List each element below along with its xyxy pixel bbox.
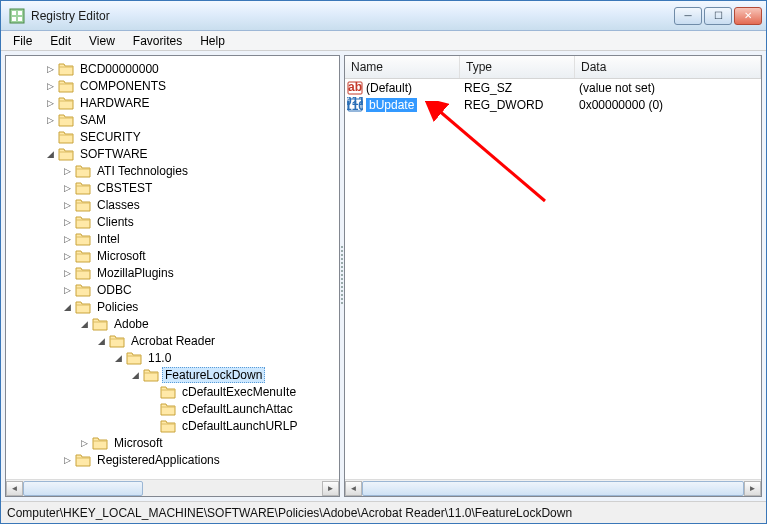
scroll-left-button[interactable]: ◄ — [345, 481, 362, 496]
tree-item[interactable]: ◢11.0 — [8, 349, 337, 366]
tree-item[interactable]: ▷HARDWARE — [8, 94, 337, 111]
folder-icon — [58, 96, 74, 110]
tree-label[interactable]: SOFTWARE — [77, 147, 151, 161]
expand-icon[interactable]: ▷ — [59, 231, 75, 247]
scroll-track[interactable] — [23, 481, 322, 496]
tree-item[interactable]: ▷MozillaPlugins — [8, 264, 337, 281]
expand-icon[interactable]: ▷ — [59, 248, 75, 264]
tree-label[interactable]: Microsoft — [94, 249, 149, 263]
expand-icon[interactable]: ▷ — [59, 180, 75, 196]
menu-favorites[interactable]: Favorites — [125, 32, 190, 50]
tree-label[interactable]: cDefaultLaunchURLP — [179, 419, 300, 433]
tree-item[interactable]: ▷Intel — [8, 230, 337, 247]
expand-icon[interactable]: ▷ — [76, 435, 92, 451]
scroll-thumb[interactable] — [23, 481, 143, 496]
column-header-data[interactable]: Data — [575, 56, 761, 78]
tree-label[interactable]: FeatureLockDown — [162, 367, 265, 383]
tree-label[interactable]: CBSTEST — [94, 181, 155, 195]
expand-icon[interactable]: ▷ — [59, 282, 75, 298]
values-horizontal-scrollbar[interactable]: ◄ ► — [345, 479, 761, 496]
tree-item[interactable]: ▷CBSTEST — [8, 179, 337, 196]
tree-item[interactable]: ▷SAM — [8, 111, 337, 128]
scroll-right-button[interactable]: ► — [744, 481, 761, 496]
tree-label[interactable]: Policies — [94, 300, 141, 314]
tree-item[interactable]: ▷Clients — [8, 213, 337, 230]
tree-label[interactable]: Intel — [94, 232, 123, 246]
tree-label[interactable]: cDefaultLaunchAttac — [179, 402, 296, 416]
tree-label[interactable]: SAM — [77, 113, 109, 127]
tree-label[interactable]: 11.0 — [145, 351, 174, 365]
tree-label[interactable]: ODBC — [94, 283, 135, 297]
column-header-name[interactable]: Name — [345, 56, 460, 78]
expand-icon[interactable]: ▷ — [59, 214, 75, 230]
tree-label[interactable]: HARDWARE — [77, 96, 153, 110]
tree-item[interactable]: ▷Microsoft — [8, 247, 337, 264]
collapse-icon[interactable]: ◢ — [110, 350, 126, 366]
menu-view[interactable]: View — [81, 32, 123, 50]
maximize-button[interactable]: ☐ — [704, 7, 732, 25]
menu-help[interactable]: Help — [192, 32, 233, 50]
scroll-left-button[interactable]: ◄ — [6, 481, 23, 496]
tree-item[interactable]: ◢Adobe — [8, 315, 337, 332]
expand-icon[interactable]: ▷ — [42, 95, 58, 111]
tree-item[interactable]: ▷BCD00000000 — [8, 60, 337, 77]
tree-item[interactable]: ◢FeatureLockDown — [8, 366, 337, 383]
tree-label[interactable]: Classes — [94, 198, 143, 212]
column-header-type[interactable]: Type — [460, 56, 575, 78]
tree-label[interactable]: cDefaultExecMenuIte — [179, 385, 299, 399]
value-row[interactable]: 011110bUpdateREG_DWORD0x00000000 (0) — [345, 96, 761, 113]
menu-edit[interactable]: Edit — [42, 32, 79, 50]
tree-item[interactable]: ▷Microsoft — [8, 434, 337, 451]
expand-icon[interactable]: ▷ — [42, 61, 58, 77]
tree-label[interactable]: Clients — [94, 215, 137, 229]
tree-item[interactable]: cDefaultLaunchAttac — [8, 400, 337, 417]
collapse-icon[interactable]: ◢ — [76, 316, 92, 332]
close-button[interactable]: ✕ — [734, 7, 762, 25]
tree-item[interactable]: cDefaultExecMenuIte — [8, 383, 337, 400]
menu-file[interactable]: File — [5, 32, 40, 50]
tree-horizontal-scrollbar[interactable]: ◄ ► — [6, 479, 339, 496]
value-name[interactable]: (Default) — [366, 81, 412, 95]
collapse-icon[interactable]: ◢ — [59, 299, 75, 315]
tree-item[interactable]: ▷COMPONENTS — [8, 77, 337, 94]
tree-label[interactable]: BCD00000000 — [77, 62, 162, 76]
values-list[interactable]: ab(Default)REG_SZ(value not set)011110bU… — [345, 79, 761, 479]
collapse-icon[interactable]: ◢ — [127, 367, 143, 383]
tree-label[interactable]: Microsoft — [111, 436, 166, 450]
value-row[interactable]: ab(Default)REG_SZ(value not set) — [345, 79, 761, 96]
tree-label[interactable]: Adobe — [111, 317, 152, 331]
pane-splitter[interactable] — [340, 55, 344, 497]
window-controls: ─ ☐ ✕ — [674, 7, 762, 25]
tree-label[interactable]: ATI Technologies — [94, 164, 191, 178]
tree-item[interactable]: ◢Acrobat Reader — [8, 332, 337, 349]
tree-label[interactable]: RegisteredApplications — [94, 453, 223, 467]
tree-item[interactable]: ▷Classes — [8, 196, 337, 213]
expand-icon[interactable]: ▷ — [59, 452, 75, 468]
collapse-icon[interactable]: ◢ — [93, 333, 109, 349]
expand-icon[interactable]: ▷ — [59, 163, 75, 179]
tree-label[interactable]: Acrobat Reader — [128, 334, 218, 348]
titlebar[interactable]: Registry Editor ─ ☐ ✕ — [1, 1, 766, 31]
expand-icon[interactable]: ▷ — [42, 112, 58, 128]
collapse-icon[interactable]: ◢ — [42, 146, 58, 162]
scroll-right-button[interactable]: ► — [322, 481, 339, 496]
expand-icon[interactable]: ▷ — [59, 265, 75, 281]
minimize-button[interactable]: ─ — [674, 7, 702, 25]
tree-item[interactable]: ▷ODBC — [8, 281, 337, 298]
tree-item[interactable]: cDefaultLaunchURLP — [8, 417, 337, 434]
scroll-track[interactable] — [362, 481, 744, 496]
tree-item[interactable]: ▷RegisteredApplications — [8, 451, 337, 468]
folder-icon — [58, 62, 74, 76]
tree-item[interactable]: ◢Policies — [8, 298, 337, 315]
tree-label[interactable]: COMPONENTS — [77, 79, 169, 93]
tree-item[interactable]: ◢SOFTWARE — [8, 145, 337, 162]
tree-label[interactable]: MozillaPlugins — [94, 266, 177, 280]
registry-tree[interactable]: ▷BCD00000000▷COMPONENTS▷HARDWARE▷SAMSECU… — [6, 56, 339, 479]
tree-item[interactable]: SECURITY — [8, 128, 337, 145]
expand-icon[interactable]: ▷ — [59, 197, 75, 213]
value-name[interactable]: bUpdate — [366, 98, 417, 112]
tree-label[interactable]: SECURITY — [77, 130, 144, 144]
expand-icon[interactable]: ▷ — [42, 78, 58, 94]
tree-item[interactable]: ▷ATI Technologies — [8, 162, 337, 179]
scroll-thumb[interactable] — [362, 481, 744, 496]
